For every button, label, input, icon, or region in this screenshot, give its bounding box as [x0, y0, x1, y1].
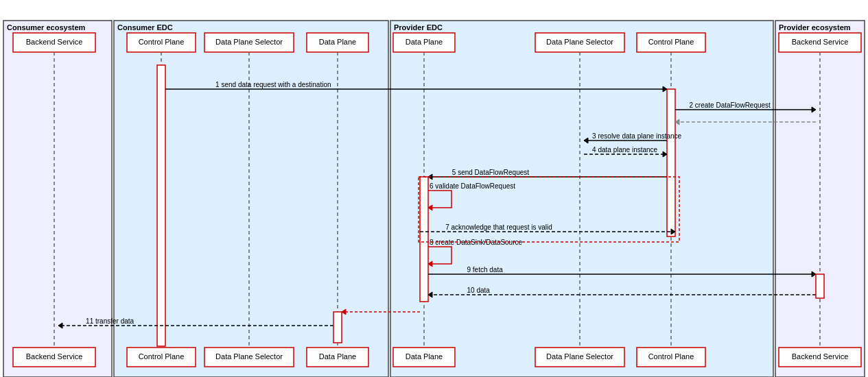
svg-marker-65 — [428, 174, 432, 180]
svg-text:Control Plane: Control Plane — [139, 38, 185, 46]
svg-rect-34 — [637, 348, 705, 367]
svg-text:Data Plane Selector: Data Plane Selector — [546, 38, 613, 46]
svg-rect-2 — [114, 21, 388, 377]
svg-rect-67 — [420, 177, 428, 302]
svg-rect-87 — [816, 274, 824, 298]
svg-rect-4 — [390, 21, 773, 377]
svg-text:Consumer EDC: Consumer EDC — [117, 23, 173, 32]
svg-text:Provider EDC: Provider EDC — [394, 23, 443, 32]
svg-rect-36 — [779, 33, 861, 52]
svg-marker-62 — [663, 151, 667, 157]
svg-text:4 data plane instance: 4 data plane instance — [592, 146, 658, 154]
svg-rect-28 — [535, 33, 624, 52]
svg-text:1 send data request with a des: 1 send data request with a destination — [215, 81, 331, 88]
svg-rect-20 — [307, 33, 368, 52]
svg-marker-82 — [58, 323, 62, 328]
svg-text:Control Plane: Control Plane — [648, 38, 694, 46]
svg-marker-76 — [812, 271, 816, 277]
svg-rect-49 — [667, 89, 675, 236]
svg-rect-12 — [127, 33, 196, 52]
svg-marker-54 — [812, 107, 816, 112]
svg-text:10 data: 10 data — [467, 287, 491, 294]
svg-text:3 resolve data plane instance: 3 resolve data plane instance — [592, 132, 682, 140]
svg-rect-16 — [204, 33, 294, 52]
svg-marker-68 — [428, 205, 432, 210]
svg-text:Data Plane: Data Plane — [319, 38, 356, 46]
svg-text:Backend Service: Backend Service — [792, 352, 849, 361]
svg-marker-57 — [675, 119, 679, 125]
diagram-title — [0, 0, 868, 8]
svg-text:Backend Service: Backend Service — [792, 38, 849, 46]
svg-rect-32 — [637, 33, 705, 52]
svg-text:Data Plane Selector: Data Plane Selector — [215, 352, 283, 361]
svg-rect-10 — [13, 348, 95, 367]
svg-text:Backend Service: Backend Service — [26, 352, 83, 361]
svg-text:9 fetch data: 9 fetch data — [467, 266, 504, 273]
svg-marker-73 — [428, 261, 432, 267]
svg-text:Backend Service: Backend Service — [26, 38, 83, 46]
svg-text:2 create DataFlowRequest: 2 create DataFlowRequest — [690, 101, 771, 109]
svg-rect-8 — [13, 33, 95, 52]
svg-rect-38 — [779, 348, 861, 367]
svg-text:Consumer ecosystem: Consumer ecosystem — [7, 23, 86, 32]
svg-rect-18 — [204, 348, 294, 367]
svg-text:Provider ecosystem: Provider ecosystem — [779, 23, 851, 32]
svg-text:5 send DataFlowRequest: 5 send DataFlowRequest — [452, 169, 530, 176]
svg-marker-59 — [584, 138, 588, 143]
svg-rect-26 — [393, 348, 455, 367]
svg-marker-79 — [428, 292, 432, 297]
svg-rect-6 — [775, 21, 865, 377]
svg-rect-24 — [393, 33, 455, 52]
svg-rect-30 — [535, 348, 624, 367]
svg-marker-51 — [663, 86, 667, 92]
diagram-container: Consumer ecosystemConsumer EDCProvider E… — [0, 0, 868, 377]
svg-text:Data Plane Selector: Data Plane Selector — [215, 38, 283, 46]
svg-rect-14 — [127, 348, 196, 367]
svg-text:Control Plane: Control Plane — [139, 352, 185, 361]
svg-marker-85 — [342, 309, 346, 315]
svg-text:Control Plane: Control Plane — [648, 352, 694, 361]
svg-text:8 create DataSink/DataSource: 8 create DataSink/DataSource — [430, 239, 523, 246]
svg-text:Data Plane: Data Plane — [406, 352, 443, 361]
svg-text:6 validate DataFlowRequest: 6 validate DataFlowRequest — [430, 182, 515, 190]
svg-rect-86 — [333, 312, 342, 343]
svg-text:Data Plane: Data Plane — [319, 352, 356, 361]
svg-rect-88 — [419, 177, 679, 242]
svg-text:7 acknowledge that request is : 7 acknowledge that request is valid — [445, 223, 552, 231]
svg-text:Data Plane Selector: Data Plane Selector — [546, 352, 613, 361]
svg-text:11 transfer data: 11 transfer data — [86, 317, 134, 325]
svg-text:Data Plane: Data Plane — [406, 38, 443, 46]
svg-rect-22 — [307, 348, 368, 367]
svg-rect-48 — [157, 65, 165, 346]
svg-marker-71 — [671, 229, 675, 234]
svg-rect-0 — [3, 21, 112, 377]
